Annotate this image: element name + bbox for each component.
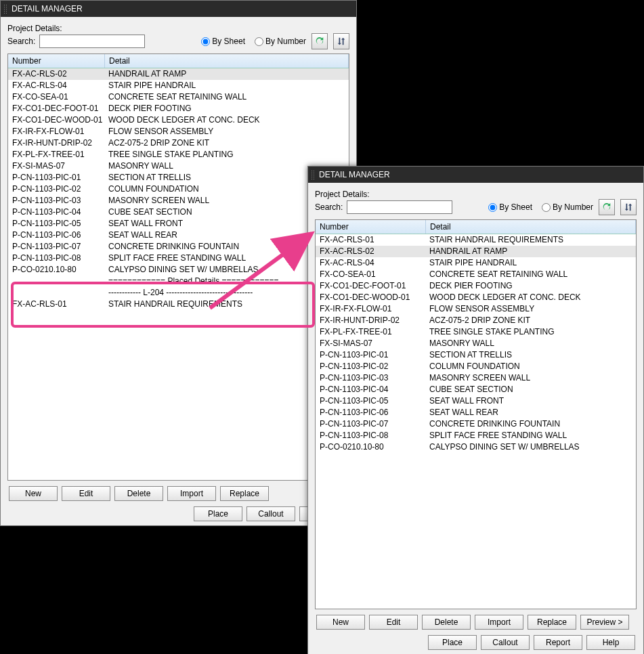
list-item[interactable]: FX-CO-SEA-01CONCRETE SEAT RETAINING WALL [316, 269, 636, 280]
search-input[interactable] [347, 200, 452, 214]
list-header[interactable]: Number Detail [316, 220, 636, 234]
sort-icon[interactable] [620, 199, 637, 215]
list-item[interactable]: FX-AC-RLS-01STAIR HANDRAIL REQUIREMENTS [316, 234, 636, 246]
list-item[interactable]: FX-SI-MAS-07MASONRY WALL [316, 338, 636, 349]
replace-button[interactable]: Replace [220, 486, 269, 501]
cell-number: FX-AC-RLS-02 [8, 68, 104, 80]
cell-detail: WOOD DECK LEDGER AT CONC. DECK [425, 292, 636, 303]
titlebar[interactable]: DETAIL MANAGER [308, 167, 643, 183]
list-item[interactable]: P-CN-1103-PIC-02COLUMN FOUNDATION [8, 183, 349, 195]
cell-detail: CONCRETE SEAT RETAINING WALL [104, 91, 349, 103]
list-item[interactable]: P-CN-1103-PIC-03MASONRY SCREEN WALL [8, 195, 349, 206]
cell-detail: ACZ-075-2 DRIP ZONE KIT [104, 137, 349, 149]
list-item[interactable]: FX-AC-RLS-01STAIR HANDRAIL REQUIREMENTS [8, 299, 349, 310]
list-item[interactable]: P-CN-1103-PIC-03MASONRY SCREEN WALL [316, 372, 636, 384]
col-number[interactable]: Number [8, 54, 105, 68]
cell-number: P-CN-1103-PIC-06 [316, 407, 425, 418]
list-item[interactable]: FX-CO-SEA-01CONCRETE SEAT RETAINING WALL [8, 91, 349, 103]
import-button[interactable]: Import [167, 486, 216, 501]
list-item[interactable]: FX-CO1-DEC-WOOD-01WOOD DECK LEDGER AT CO… [316, 292, 636, 303]
list-item[interactable]: P-CN-1103-PIC-04CUBE SEAT SECTION [316, 384, 636, 395]
place-button[interactable]: Place [428, 635, 477, 650]
list-item[interactable]: FX-CO1-DEC-FOOT-01DECK PIER FOOTING [8, 103, 349, 114]
cell-detail: SEAT WALL FRONT [425, 395, 636, 407]
list-item[interactable]: P-CN-1103-PIC-04CUBE SEAT SECTION [8, 206, 349, 218]
list-item[interactable]: P-CN-1103-PIC-01SECTION AT TRELLIS [8, 172, 349, 183]
list-item[interactable]: FX-AC-RLS-04STAIR PIPE HANDRAIL [8, 80, 349, 91]
by-sheet-radio[interactable]: By Sheet [201, 37, 245, 46]
cell-number: FX-CO-SEA-01 [8, 91, 104, 103]
refresh-icon[interactable] [599, 199, 615, 215]
list-item[interactable]: P-CO-0210.10-80CALYPSO DINING SET W/ UMB… [8, 264, 349, 276]
callout-button[interactable]: Callout [481, 635, 530, 650]
cell-number: FX-AC-RLS-01 [316, 234, 425, 246]
list-item[interactable]: FX-CO1-DEC-FOOT-01DECK PIER FOOTING [316, 280, 636, 292]
search-label: Search: [7, 37, 35, 46]
list-header[interactable]: Number Detail [8, 54, 349, 68]
list-item[interactable]: FX-AC-RLS-04STAIR PIPE HANDRAIL [316, 257, 636, 269]
details-list[interactable]: Number Detail FX-AC-RLS-01STAIR HANDRAIL… [315, 219, 637, 609]
grip-icon [311, 170, 315, 179]
list-item[interactable]: FX-SI-MAS-07MASONRY WALL [8, 160, 349, 172]
replace-button[interactable]: Replace [528, 615, 576, 630]
list-item[interactable]: P-CN-1103-PIC-01SECTION AT TRELLIS [316, 349, 636, 361]
list-item[interactable]: P-CN-1103-PIC-08SPLIT FACE FREE STANDING… [8, 253, 349, 264]
list-item[interactable]: P-CN-1103-PIC-05SEAT WALL FRONT [316, 395, 636, 407]
list-item[interactable]: P-CN-1103-PIC-06SEAT WALL REAR [8, 230, 349, 241]
col-detail[interactable]: Detail [426, 220, 636, 234]
list-item[interactable]: FX-CO1-DEC-WOOD-01WOOD DECK LEDGER AT CO… [8, 114, 349, 126]
placed-sheet: ------------ L-204 ---------------------… [8, 287, 349, 299]
new-button[interactable]: New [9, 486, 58, 501]
project-label: Project Details: [7, 24, 349, 33]
cell-detail: WOOD DECK LEDGER AT CONC. DECK [104, 114, 349, 126]
list-item[interactable]: FX-PL-FX-TREE-01TREE SINGLE STAKE PLANTI… [316, 326, 636, 338]
cell-number: FX-CO1-DEC-WOOD-01 [8, 114, 104, 126]
report-button[interactable]: Report [534, 635, 582, 650]
list-item[interactable]: FX-AC-RLS-02HANDRAIL AT RAMP [316, 246, 636, 257]
list-item[interactable]: P-CN-1103-PIC-02COLUMN FOUNDATION [316, 361, 636, 372]
list-item[interactable]: FX-AC-RLS-02HANDRAIL AT RAMP [8, 68, 349, 80]
details-list[interactable]: Number Detail FX-AC-RLS-02HANDRAIL AT RA… [7, 53, 349, 481]
callout-button[interactable]: Callout [246, 506, 295, 521]
list-item[interactable]: P-CN-1103-PIC-05SEAT WALL FRONT [8, 218, 349, 230]
cell-number: FX-AC-RLS-02 [316, 246, 425, 257]
cell-detail: DECK PIER FOOTING [104, 103, 349, 114]
cell-number: FX-SI-MAS-07 [316, 338, 425, 349]
sort-icon[interactable] [333, 33, 349, 49]
edit-button[interactable]: Edit [62, 486, 110, 501]
cell-number: P-CN-1103-PIC-03 [316, 372, 425, 384]
col-number[interactable]: Number [316, 220, 426, 234]
delete-button[interactable]: Delete [114, 486, 163, 501]
cell-number: P-CN-1103-PIC-07 [8, 241, 104, 253]
by-number-radio[interactable]: By Number [255, 37, 306, 46]
list-item[interactable]: P-CO-0210.10-80CALYPSO DINING SET W/ UMB… [316, 441, 636, 453]
list-item[interactable]: P-CN-1103-PIC-07CONCRETE DRINKING FOUNTA… [8, 241, 349, 253]
edit-button[interactable]: Edit [369, 615, 418, 630]
search-input[interactable] [39, 35, 145, 48]
list-item[interactable]: P-CN-1103-PIC-07CONCRETE DRINKING FOUNTA… [316, 418, 636, 430]
list-item[interactable]: FX-IR-HUNT-DRIP-02ACZ-075-2 DRIP ZONE KI… [316, 315, 636, 326]
cell-number: P-CN-1103-PIC-07 [316, 418, 425, 430]
cell-number: P-CN-1103-PIC-08 [8, 253, 104, 264]
by-number-radio[interactable]: By Number [542, 202, 593, 212]
cell-number: FX-PL-FX-TREE-01 [8, 149, 104, 160]
titlebar[interactable]: DETAIL MANAGER [1, 1, 356, 17]
list-item[interactable]: FX-IR-FX-FLOW-01FLOW SENSOR ASSEMBLY [316, 303, 636, 315]
cell-number: FX-AC-RLS-04 [316, 257, 425, 269]
list-item[interactable]: P-CN-1103-PIC-06SEAT WALL REAR [316, 407, 636, 418]
delete-button[interactable]: Delete [422, 615, 471, 630]
list-item[interactable]: FX-IR-FX-FLOW-01FLOW SENSOR ASSEMBLY [8, 126, 349, 137]
preview-button[interactable]: Preview > [580, 615, 629, 630]
col-detail[interactable]: Detail [105, 54, 349, 68]
by-sheet-radio[interactable]: By Sheet [488, 202, 532, 212]
refresh-icon[interactable] [312, 33, 328, 49]
cell-detail: STAIR HANDRAIL REQUIREMENTS [425, 234, 636, 246]
new-button[interactable]: New [316, 615, 365, 630]
list-item[interactable]: FX-PL-FX-TREE-01TREE SINGLE STAKE PLANTI… [8, 149, 349, 160]
import-button[interactable]: Import [475, 615, 523, 630]
list-item[interactable]: FX-IR-HUNT-DRIP-02ACZ-075-2 DRIP ZONE KI… [8, 137, 349, 149]
help-button[interactable]: Help [586, 635, 635, 650]
cell-detail: FLOW SENSOR ASSEMBLY [425, 303, 636, 315]
place-button[interactable]: Place [194, 506, 242, 521]
list-item[interactable]: P-CN-1103-PIC-08SPLIT FACE FREE STANDING… [316, 430, 636, 441]
